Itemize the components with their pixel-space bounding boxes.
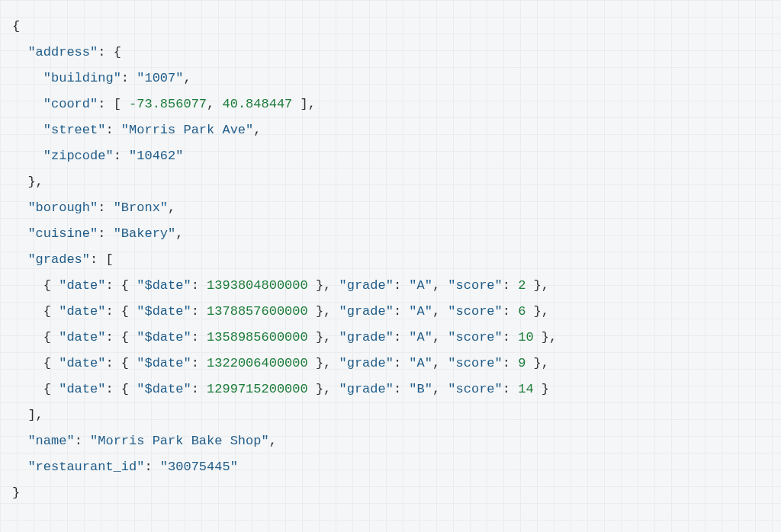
- code-token: ,: [432, 278, 448, 293]
- code-line: "street": "Morris Park Ave",: [12, 117, 769, 143]
- code-token: "$date": [137, 330, 191, 345]
- code-token: },: [12, 175, 43, 189]
- code-token: },: [308, 330, 339, 345]
- code-token: 1378857600000: [207, 304, 308, 319]
- code-token: "Bronx": [114, 200, 168, 215]
- code-token: 6: [518, 304, 525, 319]
- code-token: "30075445": [160, 460, 238, 474]
- code-line: }: [12, 480, 769, 506]
- code-token: "date": [59, 356, 105, 370]
- code-token: "date": [59, 330, 105, 345]
- code-token: "A": [409, 330, 432, 345]
- code-token: :: [75, 434, 90, 448]
- code-token: 1358985600000: [207, 330, 308, 345]
- code-token: "address": [27, 45, 98, 59]
- code-token: },: [534, 330, 558, 345]
- code-token: },: [308, 278, 339, 293]
- code-token: :: [394, 278, 409, 293]
- code-token: ,: [432, 330, 448, 345]
- code-token: [12, 97, 43, 111]
- code-token: {: [12, 278, 59, 293]
- code-token: [12, 45, 27, 59]
- code-line: "building": "1007",: [12, 66, 769, 91]
- code-token: "score": [448, 304, 502, 319]
- code-token: },: [308, 356, 339, 370]
- code-token: 40.848447: [222, 97, 292, 111]
- code-token: "coord": [43, 97, 98, 111]
- code-token: :: [191, 278, 207, 293]
- code-line: "borough": "Bronx",: [12, 195, 769, 221]
- code-token: :: [191, 330, 207, 345]
- code-token: [12, 226, 27, 241]
- code-token: {: [12, 330, 59, 345]
- code-token: 2: [518, 278, 525, 293]
- code-token: :: [98, 200, 113, 215]
- code-token: :: [191, 382, 207, 396]
- code-token: {: [12, 356, 59, 370]
- code-token: "date": [59, 382, 105, 396]
- code-token: "cuisine": [27, 226, 98, 241]
- code-token: "B": [409, 382, 432, 396]
- code-token: },: [308, 382, 339, 396]
- code-line: "grades": [: [12, 247, 769, 273]
- code-token: ,: [168, 200, 175, 215]
- code-token: "name": [27, 434, 74, 448]
- code-token: 10: [518, 330, 533, 345]
- code-token: ],: [292, 97, 316, 111]
- code-line: "address": {: [12, 40, 769, 66]
- code-token: :: [394, 304, 409, 319]
- code-token: "borough": [27, 200, 98, 215]
- code-token: : {: [98, 45, 121, 59]
- code-token: "building": [43, 71, 121, 85]
- code-token: ,: [253, 123, 261, 137]
- code-token: "$date": [137, 356, 191, 370]
- code-token: "restaurant_id": [27, 460, 144, 474]
- code-line: { "date": { "$date": 1393804800000 }, "g…: [12, 273, 769, 299]
- code-token: "$date": [137, 382, 191, 396]
- code-token: ],: [12, 408, 43, 422]
- code-token: {: [12, 382, 59, 396]
- code-token: "date": [59, 304, 105, 319]
- code-token: },: [525, 304, 549, 319]
- code-token: "grade": [339, 356, 394, 370]
- code-token: : {: [105, 278, 137, 293]
- code-token: : {: [105, 304, 137, 319]
- code-line: ],: [12, 402, 769, 428]
- code-token: "zipcode": [43, 149, 114, 163]
- code-token: :: [503, 382, 518, 396]
- code-token: "$date": [137, 304, 191, 319]
- code-token: "score": [448, 278, 502, 293]
- code-token: "$date": [137, 278, 191, 293]
- code-token: "score": [448, 382, 502, 396]
- code-token: [12, 252, 27, 267]
- code-token: "Morris Park Ave": [121, 123, 253, 137]
- code-line: "zipcode": "10462": [12, 143, 769, 169]
- code-line: "cuisine": "Bakery",: [12, 221, 769, 247]
- code-token: ,: [269, 434, 277, 448]
- code-token: :: [503, 304, 518, 319]
- code-token: "grade": [339, 304, 394, 319]
- code-token: }: [534, 382, 549, 396]
- code-token: "grades": [27, 252, 90, 267]
- code-line: { "date": { "$date": 1378857600000 }, "g…: [12, 299, 769, 325]
- code-token: ,: [432, 356, 448, 370]
- code-token: : [: [98, 97, 129, 111]
- code-token: "A": [409, 304, 432, 319]
- code-token: {: [12, 304, 59, 319]
- code-token: "A": [409, 278, 432, 293]
- code-token: },: [308, 304, 339, 319]
- code-token: [12, 123, 43, 137]
- code-token: 14: [518, 382, 533, 396]
- code-token: [12, 460, 27, 474]
- code-token: :: [191, 304, 207, 319]
- code-token: [12, 434, 27, 448]
- code-token: ,: [432, 382, 448, 396]
- code-token: [12, 71, 43, 85]
- code-token: 1393804800000: [207, 278, 308, 293]
- code-line: },: [12, 169, 769, 195]
- code-token: :: [394, 330, 409, 345]
- code-token: "Morris Park Bake Shop": [90, 434, 269, 448]
- code-token: "date": [59, 278, 105, 293]
- code-token: "10462": [129, 149, 183, 163]
- code-token: }: [12, 486, 20, 500]
